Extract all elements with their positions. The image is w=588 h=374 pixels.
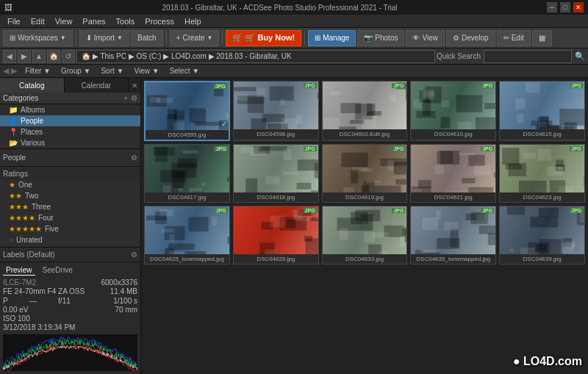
close-button[interactable]: ✕ bbox=[573, 2, 584, 12]
select-button[interactable]: Select ▼ bbox=[168, 67, 201, 75]
nav-home-button[interactable]: 🏠 bbox=[47, 50, 60, 63]
workspaces-button[interactable]: ⊞ Workspaces ▼ bbox=[3, 30, 73, 46]
tab-preview[interactable]: Preview bbox=[3, 265, 35, 276]
tab-calendar[interactable]: Calendar bbox=[65, 78, 129, 93]
photo-thumbnail-canvas bbox=[323, 206, 407, 254]
photo-thumbnail-canvas bbox=[500, 82, 584, 129]
photo-thumb[interactable]: JPGDSC04617.jpg bbox=[144, 144, 230, 203]
chart-icon: ▦ bbox=[539, 34, 545, 42]
photos-button[interactable]: 📷 Photos bbox=[357, 30, 404, 46]
sidebar-item-various[interactable]: 📂 Various bbox=[0, 137, 140, 148]
menu-view[interactable]: View bbox=[51, 16, 77, 26]
tab-seedrive[interactable]: SeeDrive bbox=[40, 265, 76, 276]
sidebar-tabs: Catalog Calendar ✕ bbox=[0, 78, 140, 93]
sidebar-header-actions: + ⚙ bbox=[123, 94, 137, 102]
filter-button[interactable]: Filter ▼ bbox=[23, 67, 53, 75]
rating-one[interactable]: ★ One bbox=[0, 179, 140, 190]
photo-thumb[interactable]: JPGDSC04623.jpg bbox=[499, 144, 585, 203]
photo-thumb[interactable]: JPGDSC04625_tonemapped.jpg bbox=[144, 206, 230, 265]
histogram-canvas bbox=[3, 334, 137, 371]
rating-unrated[interactable]: ○ Unrated bbox=[0, 234, 140, 245]
photo-thumbnail-canvas bbox=[411, 145, 495, 193]
photo-thumb[interactable]: JPGDSC04610.jpg bbox=[410, 81, 496, 141]
sidebar-item-people[interactable]: 👤 People bbox=[0, 115, 140, 126]
edit-icon: ✏ bbox=[503, 34, 509, 42]
title-bar: 🖼 2018.03 - Gibraltar, UK - ACDSee Photo… bbox=[0, 0, 588, 15]
menu-file[interactable]: File bbox=[3, 16, 25, 26]
develop-button[interactable]: ⚙ Develop bbox=[446, 30, 495, 46]
nav-forward-button[interactable]: ▶ bbox=[18, 50, 31, 63]
star-icon: ★★★ bbox=[9, 203, 29, 211]
photo-thumb[interactable]: JPGDSC04633.jpg bbox=[322, 206, 408, 265]
menu-process[interactable]: Process bbox=[140, 16, 179, 26]
create-icon: + bbox=[176, 34, 181, 42]
photo-thumb[interactable]: JPG✓DSC04595.jpg bbox=[144, 81, 230, 141]
photo-thumb[interactable]: JPGDSC04615.jpg bbox=[499, 81, 585, 141]
photo-thumb[interactable]: JPGDSC04619.jpg bbox=[322, 144, 408, 203]
category-settings-button[interactable]: ⚙ bbox=[131, 94, 137, 102]
quick-search-input[interactable] bbox=[484, 50, 572, 63]
add-category-button[interactable]: + bbox=[123, 94, 128, 102]
thumb-label: DSC04598.jpg bbox=[234, 129, 318, 139]
photo-thumb[interactable]: JPGDSC04618.jpg bbox=[233, 144, 319, 203]
people-gear-icon[interactable]: ⚙ bbox=[131, 154, 137, 162]
manage-button[interactable]: ⊞ Manage bbox=[308, 30, 356, 46]
photo-thumb[interactable]: JPGDSC04621.jpg bbox=[410, 144, 496, 203]
minimize-button[interactable]: ─ bbox=[547, 2, 557, 12]
import-dropdown-arrow: ▼ bbox=[117, 35, 123, 41]
menu-edit[interactable]: Edit bbox=[26, 16, 49, 26]
nav-arrows: ◀ ▶ bbox=[3, 66, 17, 76]
maximize-button[interactable]: □ bbox=[560, 2, 570, 12]
check-overlay: ✓ bbox=[221, 120, 227, 128]
info-row-lens: FE 24-70mm F4 ZA OSS 11.4 MB bbox=[3, 287, 137, 295]
preview-panel: Preview SeeDrive ILCE-7M2 6000x3376 FE 2… bbox=[0, 262, 140, 374]
labels-section: Labels (Default) ⚙ Red Yellow Green bbox=[0, 247, 140, 262]
photo-thumb[interactable]: JPGDSC04602-Edit.jpg bbox=[322, 81, 408, 141]
view-button[interactable]: 👁 View bbox=[406, 30, 445, 46]
photo-thumb[interactable]: JPGDSC04639.jpg bbox=[499, 206, 585, 265]
sidebar: Catalog Calendar ✕ Categories + ⚙ 📁 Albu… bbox=[0, 78, 141, 374]
photo-thumb[interactable]: JPGDSC04598.jpg bbox=[233, 81, 319, 141]
rating-two[interactable]: ★★ Two bbox=[0, 190, 140, 201]
photo-grid: JPG✓DSC04595.jpgJPGDSC04598.jpgJPGDSC046… bbox=[144, 81, 585, 265]
nav-refresh-button[interactable]: ↺ bbox=[62, 50, 75, 63]
batch-button[interactable]: Batch bbox=[131, 30, 163, 46]
info-row-iso: ISO 100 bbox=[3, 314, 137, 323]
import-button[interactable]: ⬇ Import ▼ bbox=[79, 30, 129, 46]
separator bbox=[76, 31, 76, 46]
thumb-label: DSC04618.jpg bbox=[234, 193, 318, 202]
content-area[interactable]: JPG✓DSC04595.jpgJPGDSC04598.jpgJPGDSC046… bbox=[141, 78, 588, 374]
labels-gear-icon[interactable]: ⚙ bbox=[131, 251, 137, 259]
camera-model-key: ILCE-7M2 bbox=[3, 278, 36, 287]
create-button[interactable]: + Create ▼ bbox=[170, 30, 220, 46]
jpg-badge: JPG bbox=[304, 83, 317, 88]
separator3 bbox=[222, 31, 223, 46]
view-filter-button[interactable]: View ▼ bbox=[132, 67, 161, 75]
breadcrumb-text: 🏠 ▶ This PC ▶ OS (C:) ▶ LO4D.com ▶ 2018.… bbox=[82, 52, 292, 60]
rating-four[interactable]: ★★★★ Four bbox=[0, 212, 140, 223]
group-button[interactable]: Group ▼ bbox=[59, 67, 93, 75]
thumb-label: DSC04619.jpg bbox=[323, 193, 407, 202]
workspaces-dropdown-arrow: ▼ bbox=[60, 35, 66, 41]
nav-back-button[interactable]: ◀ bbox=[3, 50, 16, 63]
edit-button[interactable]: ✏ Edit bbox=[497, 30, 531, 46]
menu-panes[interactable]: Panes bbox=[78, 16, 110, 26]
menu-tools[interactable]: Tools bbox=[112, 16, 140, 26]
sidebar-close-button[interactable]: ✕ bbox=[129, 78, 140, 93]
nav-up-button[interactable]: ▲ bbox=[32, 50, 46, 63]
more-button[interactable]: ▦ bbox=[532, 30, 552, 46]
sidebar-item-places[interactable]: 📍 Places bbox=[0, 126, 140, 137]
jpg-badge: JPG bbox=[215, 146, 228, 151]
menu-help[interactable]: Help bbox=[180, 16, 206, 26]
thumb-label: DSC04629.jpg bbox=[234, 254, 318, 264]
buy-now-button[interactable]: 🛒 🛒 Buy Now! bbox=[226, 30, 301, 46]
rating-five[interactable]: ★★★★★ Five bbox=[0, 223, 140, 234]
rating-three[interactable]: ★★★ Three bbox=[0, 201, 140, 212]
main-layout: Catalog Calendar ✕ Categories + ⚙ 📁 Albu… bbox=[0, 78, 588, 374]
photo-thumb[interactable]: JPGDSC04629.jpg bbox=[233, 206, 319, 265]
sidebar-item-albums[interactable]: 📁 Albums bbox=[0, 104, 140, 115]
eye-icon: 👁 bbox=[412, 34, 420, 42]
sort-button[interactable]: Sort ▼ bbox=[98, 67, 126, 75]
tab-catalog[interactable]: Catalog bbox=[0, 78, 65, 93]
photo-thumb[interactable]: JPGDSC04635_tonemapped.jpg bbox=[410, 206, 496, 265]
